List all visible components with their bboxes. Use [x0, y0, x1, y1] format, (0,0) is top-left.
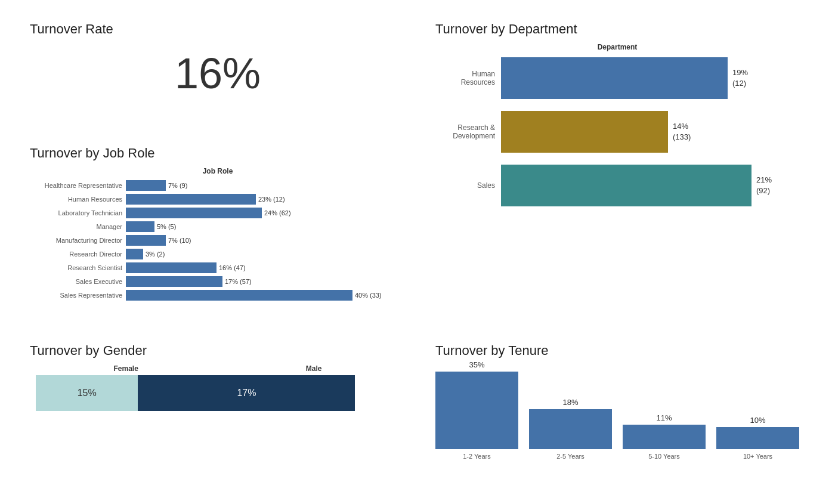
bar-label: Manufacturing Director [30, 237, 122, 244]
tenure-panel: Turnover by Tenure 35% 1-2 Years 18% 2-5… [418, 333, 817, 492]
tenure-bar [623, 425, 706, 449]
table-row: Sales Representative 40% (33) [30, 290, 406, 301]
bar-label: Sales Executive [30, 278, 122, 285]
bar-value: 24% (62) [264, 209, 291, 217]
tenure-chart: 35% 1-2 Years 18% 2-5 Years 11% 5-10 Yea… [435, 364, 799, 460]
dept-axis-label: Department [435, 43, 799, 51]
dept-panel: Turnover by Department Department HumanR… [418, 12, 817, 333]
bar-container: 23% (12) [126, 194, 406, 205]
table-row: Manager 5% (5) [30, 221, 406, 232]
gender-bars: 15% 17% [36, 375, 355, 411]
gender-labels: Female Male [30, 364, 406, 373]
bar-value: 23% (12) [258, 196, 285, 203]
dept-bar-label: Research &Development [435, 123, 495, 140]
table-row: Laboratory Technician 24% (62) [30, 208, 406, 218]
list-item: 11% 5-10 Years [623, 413, 706, 460]
dept-bar-label: Sales [435, 181, 495, 190]
list-item: 10% 10+ Years [716, 416, 799, 460]
dept-bar-value: 14%(133) [673, 121, 691, 143]
bar-value: 17% (57) [225, 278, 252, 285]
table-row: Sales 21%(92) [435, 165, 799, 206]
bar-container: 40% (33) [126, 290, 406, 301]
tenure-pct: 35% [469, 360, 484, 369]
dept-bar-value: 19%(12) [732, 67, 748, 89]
bar-label: Healthcare Representative [30, 182, 122, 189]
bar [126, 290, 352, 301]
gender-title: Turnover by Gender [30, 343, 406, 358]
tenure-bar [716, 427, 799, 449]
bar-label: Human Resources [30, 196, 122, 203]
tenure-pct: 10% [750, 416, 765, 425]
table-row: Healthcare Representative 7% (9) [30, 180, 406, 191]
tenure-x-label: 2-5 Years [556, 453, 584, 460]
dept-bar [501, 165, 752, 206]
bar-value: 16% (47) [219, 264, 246, 271]
bar-container: 7% (9) [126, 180, 406, 191]
bar-value: 3% (2) [146, 251, 165, 258]
table-row: Research Scientist 16% (47) [30, 262, 406, 273]
table-row: HumanResources 19%(12) [435, 57, 799, 99]
bar [126, 208, 262, 218]
bar-value: 7% (10) [168, 237, 191, 244]
female-pct: 15% [78, 388, 97, 398]
male-pct: 17% [237, 388, 256, 398]
turnover-rate-title: Turnover Rate [30, 21, 113, 37]
bar-label: Laboratory Technician [30, 209, 122, 217]
female-bar: 15% [36, 375, 138, 411]
tenure-x-label: 10+ Years [743, 453, 772, 460]
bar-container: 5% (5) [126, 221, 406, 232]
tenure-pct: 18% [562, 398, 578, 407]
table-row: Research &Development 14%(133) [435, 111, 799, 153]
tenure-pct: 11% [656, 413, 672, 422]
dept-title: Turnover by Department [435, 21, 799, 37]
bar-value: 7% (9) [168, 182, 187, 189]
bar-container: 17% (57) [126, 276, 406, 287]
dept-bar [501, 111, 668, 153]
bar-label: Manager [30, 223, 122, 230]
dashboard: Turnover Rate 16% Turnover by Department… [0, 0, 835, 504]
dept-bar-wrap: 14%(133) [501, 111, 799, 153]
job-role-bar-chart: Healthcare Representative 7% (9) Human R… [30, 180, 406, 301]
gender-chart: Female Male 15% 17% [30, 364, 406, 411]
bar-value: 5% (5) [157, 223, 176, 230]
bar [126, 249, 143, 259]
tenure-bar [435, 372, 518, 449]
bar [126, 221, 154, 232]
male-label: Male [306, 364, 322, 373]
table-row: Manufacturing Director 7% (10) [30, 235, 406, 246]
bar [126, 194, 256, 205]
bar-container: 3% (2) [126, 249, 406, 259]
dept-bar-wrap: 19%(12) [501, 57, 799, 99]
bar-container: 7% (10) [126, 235, 406, 246]
gender-panel: Turnover by Gender Female Male 15% 17% [18, 333, 418, 492]
tenure-x-label: 1-2 Years [463, 453, 490, 460]
female-label: Female [113, 364, 138, 373]
dept-bar-value: 21%(92) [756, 175, 772, 196]
bar-container: 16% (47) [126, 262, 406, 273]
table-row: Human Resources 23% (12) [30, 194, 406, 205]
bar [126, 180, 166, 191]
table-row: Research Director 3% (2) [30, 249, 406, 259]
dept-bar-wrap: 21%(92) [501, 165, 799, 206]
bar [126, 276, 222, 287]
dept-bar-chart: HumanResources 19%(12) Research &Develop… [435, 57, 799, 206]
job-role-panel: Turnover by Job Role Job Role Healthcare… [18, 136, 418, 333]
dept-bar [501, 57, 728, 99]
table-row: Sales Executive 17% (57) [30, 276, 406, 287]
bar-label: Research Director [30, 251, 122, 258]
tenure-title: Turnover by Tenure [435, 343, 799, 358]
bar [126, 262, 217, 273]
job-role-axis-label: Job Role [30, 167, 406, 175]
turnover-rate-value: 16% [30, 49, 406, 98]
bar-value: 40% (33) [355, 292, 382, 299]
job-role-title: Turnover by Job Role [30, 146, 406, 161]
bar [126, 235, 166, 246]
tenure-x-label: 5-10 Years [648, 453, 680, 460]
bar-label: Sales Representative [30, 292, 122, 299]
male-bar: 17% [138, 375, 355, 411]
bar-container: 24% (62) [126, 208, 406, 218]
list-item: 18% 2-5 Years [529, 398, 612, 460]
tenure-bar [529, 409, 612, 449]
list-item: 35% 1-2 Years [435, 360, 518, 460]
turnover-rate-panel: Turnover Rate 16% [18, 12, 418, 136]
